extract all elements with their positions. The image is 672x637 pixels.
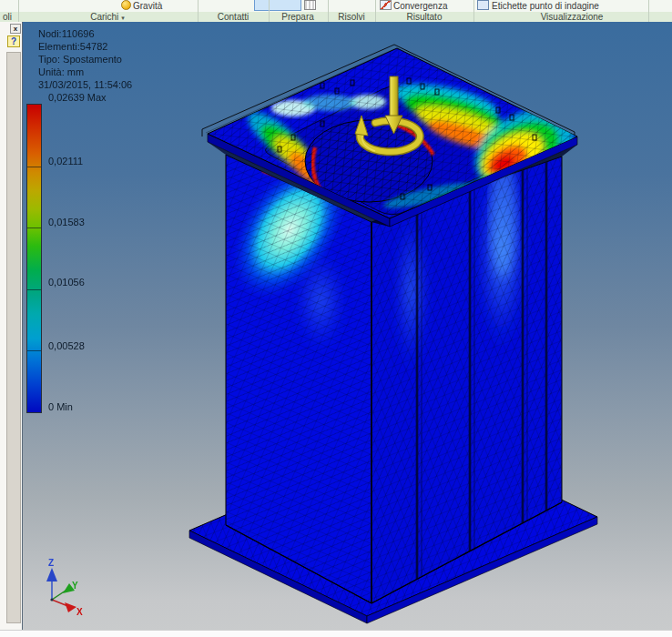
probe-labels-label[interactable]: Etichette punto di indagine — [492, 2, 599, 11]
probe-labels-icon[interactable] — [477, 0, 489, 10]
info-elements: Elementi:54782 — [38, 40, 132, 53]
info-unit: Unità: mm — [38, 66, 132, 78]
inventor-fea-window: Gravità Convergenza Etichette punto di i… — [0, 0, 672, 637]
result-info-block: Nodi:110696 Elementi:54782 Tipo: Spostam… — [38, 27, 132, 91]
help-icon[interactable]: ? — [7, 35, 20, 47]
info-nodes: Nodi:110696 — [38, 27, 132, 40]
info-timestamp: 31/03/2015, 11:54:06 — [38, 78, 132, 91]
mesh-settings-icon[interactable] — [304, 0, 316, 10]
chevron-down-icon: ▾ — [121, 15, 125, 21]
group-carichi[interactable]: Carichi▾ — [90, 12, 125, 22]
group-risolvi[interactable]: Risolvi — [338, 12, 364, 22]
gravity-label[interactable]: Gravità — [133, 2, 162, 11]
x-axis-label: X — [76, 607, 83, 617]
group-contatti[interactable]: Contatti — [218, 12, 249, 22]
z-axis-label: Z — [48, 558, 54, 568]
legend-tick — [27, 350, 41, 351]
legend-label: 0,01583 — [48, 217, 85, 228]
legend-label-max: 0,02639 Max — [48, 92, 107, 103]
browser-panel-strip: x ? — [0, 22, 23, 630]
bottom-strip — [0, 630, 672, 637]
ribbon-separator — [18, 0, 19, 22]
ribbon-separator — [198, 0, 199, 22]
convergence-label[interactable]: Convergenza — [393, 2, 447, 11]
legend-tick — [27, 289, 41, 290]
panel-close-button[interactable]: x — [10, 24, 21, 34]
ribbon-separator — [269, 0, 270, 22]
legend-label: 0,00528 — [48, 340, 85, 351]
ribbon-separator — [375, 0, 376, 22]
legend-label: 0,01056 — [48, 277, 85, 288]
legend-color-bar — [26, 104, 42, 413]
ribbon: Gravità Convergenza Etichette punto di i… — [0, 0, 672, 22]
group-prepara[interactable]: Prepara — [281, 12, 314, 22]
legend-label-min: 0 Min — [48, 401, 73, 412]
convergence-icon[interactable] — [380, 0, 392, 10]
y-axis-label: Y — [72, 581, 78, 591]
group-vincoli[interactable]: oli — [3, 12, 12, 22]
group-visualizzazione[interactable]: Visualizzazione — [541, 12, 604, 22]
legend-tick — [27, 228, 41, 228]
ribbon-tools-row: Gravità Convergenza Etichette punto di i… — [0, 0, 672, 12]
collapsed-panel-body[interactable] — [6, 52, 21, 623]
group-risultato[interactable]: Risultato — [407, 12, 443, 22]
info-result-type: Tipo: Spostamento — [38, 53, 132, 66]
gravity-icon[interactable] — [121, 0, 131, 10]
mesh-view-toggle[interactable] — [254, 0, 301, 11]
ribbon-separator — [328, 0, 329, 22]
legend-tick — [27, 167, 41, 167]
ribbon-separator — [648, 0, 649, 22]
legend-label: 0,02111 — [48, 156, 83, 167]
3d-viewport-canvas[interactable]: Z Y X — [23, 22, 672, 632]
ribbon-separator — [473, 0, 474, 22]
